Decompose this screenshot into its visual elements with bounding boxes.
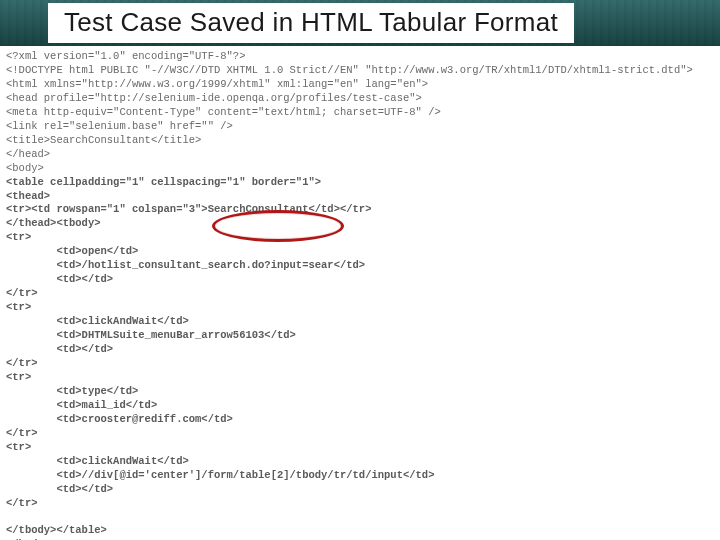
code-line: <td>crooster@rediff.com</td> bbox=[6, 413, 233, 425]
code-line: <tr> bbox=[6, 371, 31, 383]
code-line: <!DOCTYPE html PUBLIC "-//W3C//DTD XHTML… bbox=[6, 64, 693, 76]
code-line: <td>/hotlist_consultant_search.do?input=… bbox=[6, 259, 365, 271]
code-line: <tr> bbox=[6, 301, 31, 313]
code-line: <td>clickAndWait</td> bbox=[6, 315, 189, 327]
code-line: <td>type</td> bbox=[6, 385, 138, 397]
code-line: <head profile="http://selenium-ide.openq… bbox=[6, 92, 422, 104]
code-line: <thead> bbox=[6, 190, 50, 202]
code-line: </tr> bbox=[6, 357, 38, 369]
code-line: </thead><tbody> bbox=[6, 217, 101, 229]
code-line: <table cellpadding="1" cellspacing="1" b… bbox=[6, 176, 321, 188]
code-line: <tr> bbox=[6, 441, 31, 453]
code-line: <link rel="selenium.base" href="" /> bbox=[6, 120, 233, 132]
code-line: <td>//div[@id='center']/form/table[2]/tb… bbox=[6, 469, 434, 481]
code-line: <title>SearchConsultant</title> bbox=[6, 134, 201, 146]
code-line: <td>mail_id</td> bbox=[6, 399, 157, 411]
code-line: <td>open</td> bbox=[6, 245, 138, 257]
slide-stage: Test Case Saved in HTML Tabular Format <… bbox=[0, 0, 720, 540]
code-line: <tr> bbox=[6, 231, 31, 243]
code-line: <?xml version="1.0" encoding="UTF-8"?> bbox=[6, 50, 245, 62]
code-line: <html xmlns="http://www.w3.org/1999/xhtm… bbox=[6, 78, 428, 90]
code-line: <td>DHTMLSuite_menuBar_arrow56103</td> bbox=[6, 329, 296, 341]
code-panel: <?xml version="1.0" encoding="UTF-8"?> <… bbox=[0, 46, 720, 540]
code-line: <meta http-equiv="Content-Type" content=… bbox=[6, 106, 441, 118]
code-line: </tr> bbox=[6, 287, 38, 299]
title-bar: Test Case Saved in HTML Tabular Format bbox=[0, 0, 720, 46]
code-line: </head> bbox=[6, 148, 50, 160]
page-title: Test Case Saved in HTML Tabular Format bbox=[48, 3, 574, 43]
code-line: <body> bbox=[6, 162, 44, 174]
code-line: </tr> bbox=[6, 427, 38, 439]
html-source-code: <?xml version="1.0" encoding="UTF-8"?> <… bbox=[6, 50, 714, 540]
code-line: </tr> bbox=[6, 497, 38, 509]
code-line: <td></td> bbox=[6, 273, 113, 285]
code-line: <td></td> bbox=[6, 343, 113, 355]
code-line: <td></td> bbox=[6, 483, 113, 495]
code-line: <td>clickAndWait</td> bbox=[6, 455, 189, 467]
code-line: <tr><td rowspan="1" colspan="3">SearchCo… bbox=[6, 203, 371, 215]
code-line: </tbody></table> bbox=[6, 524, 107, 536]
